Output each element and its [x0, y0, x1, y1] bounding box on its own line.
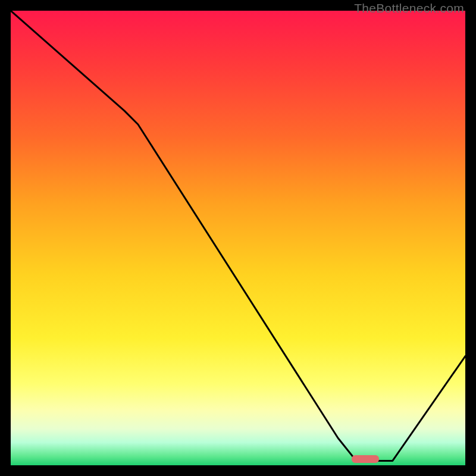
chart-area — [11, 11, 465, 465]
optimum-marker — [352, 455, 379, 463]
watermark-label: TheBottleneck.com — [354, 1, 464, 15]
